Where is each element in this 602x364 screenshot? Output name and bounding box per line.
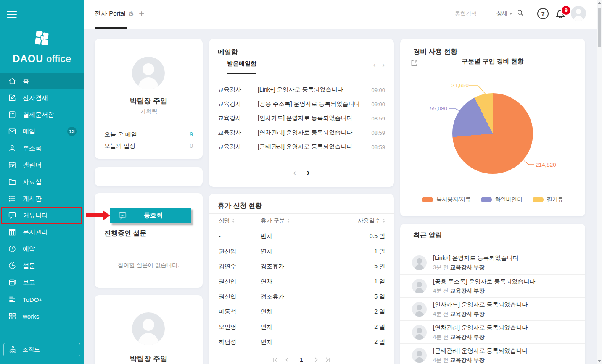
sidebar-item-reservation[interactable]: 예약 [0,241,84,257]
mail-subject: [연차관리] 운영자로 등록되었습니다 [258,129,371,136]
mail-row[interactable]: 교육강사 [공용 주소록] 운영자로 등록되었습니다 09:00 [209,97,394,111]
sidebar-item-approval[interactable]: 전자결재 [0,89,84,106]
search-detail-label: 상세 [496,10,507,17]
sort-icon [287,219,290,223]
mail-row[interactable]: 교육강사 [근태관리] 운영자로 등록되었습니다 08:59 [209,140,394,154]
scroll-down-icon[interactable] [598,360,601,362]
mail-sender: 교육강사 [209,115,258,122]
notification-avatar [412,325,427,340]
sidebar-item-label: ToDO+ [23,296,42,303]
carousel-next-icon[interactable]: › [382,61,385,69]
notification-item[interactable]: [공용 주소록] 운영자로 등록되었습니다 4분 전교육강사 부장 [400,274,585,298]
notification-meta: 4분 전교육강사 부장 [433,333,484,341]
mail-row[interactable]: 교육강사 [Link+] 운영자로 등록되었습니다 09:00 [209,83,394,97]
daou-pinwheel-icon [33,29,51,47]
pie-value-label: 214,820 [536,162,561,168]
topbar: 전사 Portal ⚙ + 상세 ? 9 [84,0,597,29]
search-input[interactable] [454,10,496,17]
column-header-type[interactable]: 휴가 구분 [261,217,358,225]
mail-time: 08:59 [371,130,394,136]
survey-icon [8,262,16,270]
notification-avatar [412,348,427,363]
org-chart-button[interactable]: 조직도 [3,343,80,356]
sidebar: DAOU office 홈 전자결재 결제문서함 메일 13 주소 [0,0,84,364]
leave-table-header: 성명 휴가 구분 사용일수 [209,214,394,228]
tab-settings-gear-icon[interactable]: ⚙ [128,10,134,18]
profile-stat-row[interactable]: 오늘의 일정 0 [104,142,193,150]
user-avatar[interactable] [571,6,586,21]
mail-subject: [Link+] 운영자로 등록되었습니다 [258,86,371,94]
column-header-days[interactable]: 사용일수 [358,217,394,225]
scrollbar-thumb[interactable] [598,8,601,47]
notifications-title: 최근 알림 [413,231,442,240]
leave-row[interactable]: 권신입경조휴가5 일 [209,289,394,304]
column-header-name[interactable]: 성명 [209,217,261,225]
sidebar-item-report[interactable]: 보고 [0,274,84,291]
empty-widget-card [95,167,203,186]
search-detail-dropdown[interactable]: 상세 [496,10,512,17]
carousel-prev-icon[interactable]: ‹ [373,61,376,69]
expense-card-title: 경비 사용 현황 [413,47,457,56]
app-logo-text: DAOU office [0,53,84,65]
sidebar-item-survey[interactable]: 설문 [0,257,84,274]
page-scrollbar[interactable] [597,0,602,364]
leave-row[interactable]: -반차0.5 일 [209,229,394,244]
profile-card: 박팀장 주임 기획팀 오늘 온 메일 9 오늘의 일정 0 [95,39,203,159]
folder-icon [8,178,16,186]
sidebar-item-contacts[interactable]: 주소록 [0,140,84,157]
chart-legend: 복사용지/지류 화일바인더 필기류 [400,196,585,203]
hamburger-menu-icon[interactable] [7,11,17,18]
page-next-icon[interactable] [313,357,319,363]
tab-inbox[interactable]: 받은메일함 [227,60,256,74]
chart-title: 구분별 구입 경비 현황 [400,58,585,65]
search-icon[interactable] [517,9,524,18]
leave-row[interactable]: 하남성연차2 일 [209,335,394,350]
notification-item[interactable]: [인사카드] 운영자로 등록되었습니다 4분 전교육강사 부장 [400,297,585,321]
leave-row[interactable]: 김연수경조휴가5 일 [209,259,394,274]
sidebar-item-archive[interactable]: 자료실 [0,173,84,190]
calendar-icon [8,161,16,170]
tab-portal[interactable]: 전사 Portal ⚙ [95,10,134,18]
mail-row[interactable]: 교육강사 [인사카드] 운영자로 등록되었습니다 08:59 [209,111,394,126]
help-button[interactable]: ? [537,8,549,19]
leave-row[interactable]: 오인영연차2 일 [209,319,394,335]
notification-meta: 4분 전교육강사 부장 [433,310,484,318]
document-manage-icon [8,228,16,237]
profile-stat-row[interactable]: 오늘 온 메일 9 [104,131,193,139]
page-next-icon[interactable]: › [307,168,310,177]
sidebar-item-community[interactable]: 커뮤니티 [0,207,84,224]
sidebar-item-works[interactable]: works [0,308,84,325]
notification-item[interactable]: [연차관리] 운영자로 등록되었습니다 4분 전교육강사 부장 [400,320,585,344]
divider [209,76,394,76]
sidebar-item-home[interactable]: 홈 [0,73,84,89]
leave-row[interactable]: 권신입연차1 일 [209,274,394,289]
edit-icon [8,94,16,102]
page-prev-icon[interactable]: ‹ [293,168,296,177]
community-icon [8,211,16,220]
leave-row[interactable]: 권신입연차1 일 [209,244,394,259]
sidebar-item-document-manage[interactable]: 문서관리 [0,224,84,241]
profile-name: 박팀장 주임 [95,354,203,364]
page-prev-icon[interactable] [284,357,290,363]
org-chart-icon [9,346,17,354]
scroll-up-icon[interactable] [598,2,601,4]
add-tab-button[interactable]: + [139,8,144,20]
page-last-icon[interactable] [325,357,331,363]
stat-value: 9 [190,131,193,139]
works-icon [8,312,16,321]
sidebar-item-calendar[interactable]: 캘린더 [0,157,84,173]
sidebar-item-mail[interactable]: 메일 13 [0,123,84,140]
sidebar-item-board[interactable]: 게시판 [0,190,84,207]
page-number[interactable]: 1 [296,354,307,364]
community-submenu-club[interactable]: 동호회 [110,208,191,223]
page-first-icon[interactable] [272,357,278,363]
notification-item[interactable]: [근태관리] 운영자로 등록되었습니다 4분 전교육강사 부장 [400,343,585,364]
report-icon [8,278,16,287]
mail-row[interactable]: 교육강사 [연차관리] 운영자로 등록되었습니다 08:59 [209,126,394,140]
survey-card: 진행중인 설문 참여할 설문이 없습니다. [95,193,203,288]
sidebar-item-approval-box[interactable]: 결제문서함 [0,106,84,123]
leave-row[interactable]: 마동석연차2 일 [209,304,394,319]
notification-item[interactable]: [Link+] 운영자로 등록되었습니다 3분 전교육강사 부장 [400,251,585,274]
mail-icon [8,127,16,136]
sidebar-item-todo[interactable]: ToDO+ [0,291,84,308]
